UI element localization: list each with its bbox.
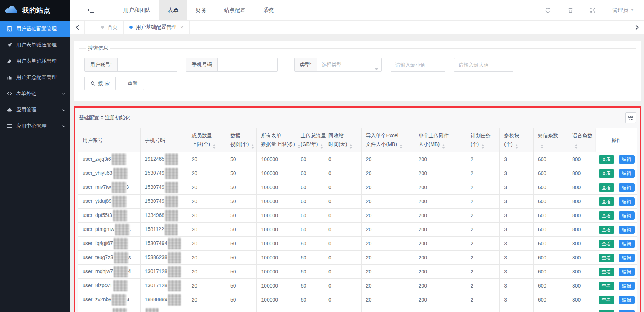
chevron-down-icon (62, 124, 66, 128)
type-select[interactable]: 选择类型 (317, 58, 381, 71)
sort-carets-icon[interactable] (541, 144, 543, 149)
redacted-blur (112, 196, 127, 207)
sidebar-item-2[interactable]: 用户表单消耗管理 (0, 53, 70, 69)
sidebar-item-3[interactable]: 用户汇总配置管理 (0, 69, 70, 85)
view-button[interactable]: 查看 (599, 169, 614, 178)
search-button[interactable]: 搜 索 (84, 77, 116, 90)
sort-carets-icon[interactable] (515, 144, 518, 149)
edit-button[interactable]: 编辑 (619, 211, 635, 220)
column-header-8[interactable]: 单个上传附件大小(MB) (414, 128, 466, 152)
phone-input[interactable] (218, 58, 277, 71)
column-subtitle: (个) (471, 141, 479, 147)
cell-value: 60 (296, 152, 324, 166)
cell-value: 800 (568, 237, 596, 251)
sort-carets-icon[interactable] (481, 144, 484, 149)
edit-button[interactable]: 编辑 (619, 197, 635, 206)
cell-value: 100000 (257, 209, 296, 223)
sidebar-item-0[interactable]: 用户基础配置管理 (0, 21, 70, 37)
column-header-4[interactable]: 所有表单数据量上限(条) (257, 128, 296, 152)
view-button[interactable]: 查看 (599, 183, 614, 192)
sort-carets-icon[interactable] (320, 144, 323, 149)
column-header-12[interactable]: 语音条数 (568, 128, 596, 152)
column-header-10[interactable]: 多模块(个) (500, 128, 533, 152)
top-nav-tab-2[interactable]: 财务 (187, 0, 215, 20)
sort-carets-icon[interactable] (349, 144, 352, 149)
account-input[interactable] (118, 58, 177, 71)
sort-carets-icon[interactable] (442, 144, 445, 149)
view-button[interactable]: 查看 (599, 240, 614, 248)
edit-button[interactable]: 编辑 (619, 155, 635, 164)
sort-carets-icon[interactable] (251, 144, 254, 149)
edit-button[interactable]: 编辑 (619, 310, 635, 312)
view-button[interactable]: 查看 (599, 296, 614, 304)
fullscreen-icon[interactable] (590, 7, 596, 13)
column-settings-button[interactable] (625, 112, 636, 123)
reset-button[interactable]: 重置 (122, 77, 144, 90)
top-nav-tab-0[interactable]: 用户和团队 (115, 0, 159, 20)
close-icon[interactable]: × (180, 24, 184, 30)
cell-value: 50 (226, 180, 257, 195)
edit-button[interactable]: 编辑 (619, 296, 635, 304)
site-logo[interactable]: 我的站点 (0, 0, 70, 21)
top-nav-tab-1[interactable]: 表单 (159, 0, 187, 20)
tabbar-next-icon[interactable] (630, 21, 644, 34)
column-header-7[interactable]: 导入单个Excel文件大小(MB) (361, 128, 414, 152)
page-tab-1[interactable]: 用户基础配置管理× (124, 21, 190, 34)
view-button[interactable]: 查看 (599, 197, 614, 206)
sidebar-item-1[interactable]: 用户表单赠送管理 (0, 37, 70, 53)
edit-button[interactable]: 编辑 (619, 226, 635, 234)
phone-text: 1334968 (145, 212, 165, 218)
column-header-9[interactable]: 计划任务(个) (466, 128, 499, 152)
view-button[interactable]: 查看 (599, 155, 614, 164)
edit-button[interactable]: 编辑 (619, 240, 635, 248)
sort-carets-icon[interactable] (575, 144, 578, 149)
sidebar-menu: 用户基础配置管理用户表单赠送管理用户表单消耗管理用户汇总配置管理表单外链应用管理… (0, 21, 70, 134)
trash-icon[interactable] (568, 7, 573, 13)
sidebar-item-6[interactable]: 应用中心管理 (0, 118, 70, 134)
edit-button[interactable]: 编辑 (619, 254, 635, 262)
view-button[interactable]: 查看 (599, 268, 614, 276)
view-button[interactable]: 查看 (599, 254, 614, 262)
sort-carets-icon[interactable] (213, 144, 216, 149)
cell-account: user_vhiyti63 (78, 166, 141, 180)
edit-button[interactable]: 编辑 (619, 169, 635, 178)
column-header-11[interactable]: 短信条数 (533, 128, 568, 152)
view-button[interactable]: 查看 (599, 211, 614, 220)
edit-button[interactable]: 编辑 (619, 268, 635, 276)
page-tab-0[interactable]: 首页 (95, 21, 124, 34)
edit-button[interactable]: 编辑 (619, 183, 635, 192)
cell-value: 50 (226, 293, 257, 307)
phone-text: 15307494 (145, 240, 167, 246)
cell-value: 20 (187, 251, 226, 265)
user-menu[interactable]: 管理员 ▼ (612, 7, 634, 14)
min-value-input[interactable] (391, 58, 445, 72)
menu-fold-icon[interactable] (88, 7, 94, 13)
column-header-13: 操作 (596, 128, 637, 152)
sort-carets-icon[interactable] (400, 144, 402, 149)
tabbar-prev-icon[interactable] (70, 21, 85, 34)
cell-value: 3 (500, 265, 533, 279)
cell-value: 800 (568, 251, 596, 265)
column-title: 所有表单 (261, 131, 292, 140)
top-nav-tab-3[interactable]: 站点配置 (215, 0, 254, 20)
cell-value: 200 (414, 237, 466, 251)
view-button[interactable]: 查看 (599, 310, 614, 312)
max-value-input[interactable] (454, 58, 513, 72)
cell-value: 3 (500, 223, 533, 237)
column-header-6[interactable]: 回收站时间(天) (324, 128, 362, 152)
sidebar-item-5[interactable]: 应用管理 (0, 102, 70, 118)
column-header-3[interactable]: 数据视图(个) (226, 128, 257, 152)
column-header-2[interactable]: 成员数量上限(个) (187, 128, 226, 152)
edit-button[interactable]: 编辑 (619, 282, 635, 290)
table-row: user_teug7z3s153862382050100000600202002… (78, 251, 637, 265)
top-nav-tab-4[interactable]: 系统 (254, 0, 282, 20)
refresh-icon[interactable] (545, 7, 551, 13)
view-button[interactable]: 查看 (599, 226, 614, 234)
sort-carets-icon[interactable] (297, 144, 300, 149)
cell-actions: 查看编辑 (596, 307, 637, 312)
table-row: user_ytduj891530749205010000060020200236… (78, 195, 637, 209)
view-button[interactable]: 查看 (599, 282, 614, 290)
column-header-5[interactable]: 上传总流量(GB/年) (296, 128, 324, 152)
sidebar-item-4[interactable]: 表单外链 (0, 85, 70, 102)
column-title: 导入单个Excel (366, 131, 410, 140)
